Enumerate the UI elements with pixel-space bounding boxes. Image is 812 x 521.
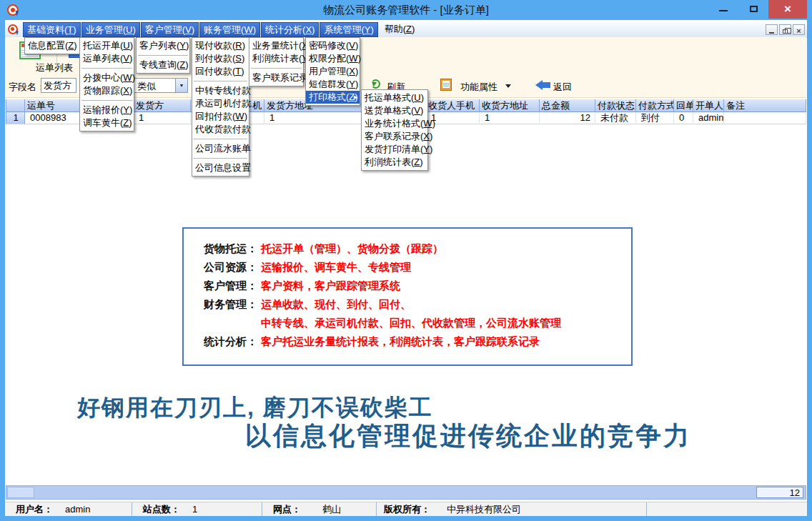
status-label: 版权所有：: [377, 503, 447, 516]
menu-item[interactable]: 客户联系记录(X): [362, 130, 427, 143]
menu-item[interactable]: 运输报价(Y): [80, 104, 134, 116]
info-line-text: 中转专线、承运司机付款、回扣、代收款管理，公司流水账管理: [261, 314, 561, 332]
scrollbar-thumb[interactable]: [7, 487, 34, 498]
menu-item[interactable]: 运单列表(V): [80, 52, 134, 65]
status-panel: [647, 502, 807, 516]
menubar-item-statistics[interactable]: 统计分析(X): [261, 22, 319, 37]
table-cell[interactable]: 未付款: [595, 112, 636, 124]
menu-item[interactable]: 托运单格式(U): [362, 91, 427, 104]
menu-item[interactable]: 专线查询(Z): [137, 59, 189, 71]
back-button[interactable]: 返回: [553, 81, 572, 94]
record-scrollbar[interactable]: 12: [6, 485, 806, 500]
menu-separator: [137, 52, 189, 59]
menu-item[interactable]: 托运开单(U): [80, 39, 134, 52]
info-line-label: 财务管理：: [204, 295, 261, 314]
menu-item[interactable]: 现付收款(R): [192, 39, 249, 52]
menu-item[interactable]: 短信群发(Y): [306, 78, 360, 91]
menu-item[interactable]: 发货打印清单(Y): [362, 143, 427, 156]
menu-item[interactable]: 承运司机付款: [192, 97, 249, 110]
menu-item[interactable]: 货物跟踪(X): [80, 84, 134, 97]
info-line-label: [204, 314, 261, 332]
menu-item[interactable]: 公司流水账单: [192, 142, 249, 155]
minimize-icon: [719, 10, 728, 11]
menu-item[interactable]: 客户联系记录: [249, 71, 303, 84]
menu-item[interactable]: 到付收款(S): [192, 52, 249, 65]
back-icon: [535, 80, 551, 90]
status-label: 站点数：: [132, 503, 192, 516]
menu-item[interactable]: 公司信息设置: [192, 162, 249, 174]
status-panel: 站点数：1: [132, 502, 262, 516]
menu-item[interactable]: 客户列表(Y): [137, 39, 189, 52]
table-cell[interactable]: 12: [540, 112, 595, 124]
status-value: admin: [65, 504, 90, 515]
menu-separator: [192, 136, 249, 142]
info-line: 中转专线、承运司机付款、回扣、代收款管理，公司流水账管理: [204, 314, 631, 332]
info-line-label: 公司资源：: [204, 258, 261, 277]
menu-item[interactable]: 密码修改(V): [306, 39, 360, 52]
status-value: 鹤山: [322, 503, 341, 516]
table-cell[interactable]: 1: [6, 112, 25, 124]
title-bar: 物流公司账务管理软件 - [业务订单] ×: [0, 0, 812, 20]
column-header[interactable]: 开单人: [693, 99, 724, 112]
info-line-label: 货物托运：: [204, 239, 261, 258]
status-bar: 用户名：admin站点数：1网点：鹤山版权所有：中异科技有限公司: [5, 502, 807, 516]
column-header[interactable]: 备注: [724, 99, 806, 112]
menu-item[interactable]: 业务量统计(X): [249, 39, 303, 52]
menu-item[interactable]: 用户管理(X): [306, 65, 360, 78]
column-header[interactable]: 收货方地址: [480, 99, 540, 112]
menubar-item-help[interactable]: 帮助(Z): [381, 22, 419, 37]
menu-item[interactable]: 信息配置(Z): [25, 39, 79, 52]
minimize-button[interactable]: [708, 0, 738, 19]
mdi-close-button[interactable]: ×: [793, 24, 805, 35]
status-panel: 版权所有：中异科技有限公司: [377, 502, 647, 516]
table-cell[interactable]: 1: [134, 112, 191, 124]
menu-item[interactable]: 回付收款(T): [192, 65, 249, 78]
menubar-item-business[interactable]: 业务管理(U): [81, 22, 140, 37]
column-header[interactable]: 收货人手机: [426, 99, 480, 112]
table-cell[interactable]: 到付: [636, 112, 674, 124]
column-header[interactable]: 付款方式: [636, 99, 674, 112]
menu-item[interactable]: 中转专线付款: [192, 84, 249, 97]
function-props-button[interactable]: 功能属性: [460, 81, 497, 94]
maximize-button[interactable]: [738, 0, 768, 19]
table-cell[interactable]: admin: [693, 112, 724, 124]
menu-item[interactable]: 代收货款付款: [192, 123, 249, 136]
close-button[interactable]: ×: [768, 0, 807, 19]
table-cell[interactable]: [724, 112, 806, 124]
function-props-dropdown-icon[interactable]: [505, 84, 511, 91]
info-line: 货物托运：托运开单（管理）、货物分拨（跟踪）: [204, 239, 631, 258]
submenu-arrow-icon: ►: [352, 91, 359, 104]
info-line-text: 客户托运业务量统计报表，利润统计表，客户跟踪联系记录: [261, 332, 540, 351]
menu-item[interactable]: 调车黄牛(Z): [80, 116, 134, 129]
menu-item[interactable]: 权限分配(W): [306, 52, 360, 65]
info-line-label: 客户管理：: [204, 277, 261, 295]
match-mode-value: 类似: [137, 80, 156, 93]
menubar-item-system[interactable]: 系统管理(Y): [320, 22, 377, 37]
menu-item[interactable]: 利润统计表(Z): [362, 156, 427, 169]
mdi-minimize-button[interactable]: [766, 24, 778, 35]
menu-item[interactable]: 分拨中心(W): [80, 71, 134, 84]
column-header[interactable]: 总金额: [540, 99, 595, 112]
menu-item[interactable]: 送货单格式(V): [362, 104, 427, 117]
chevron-down-icon[interactable]: ▼: [175, 79, 187, 92]
menu-item[interactable]: 业务统计格式(W): [362, 117, 427, 130]
field-name-input[interactable]: [41, 78, 76, 93]
business-menu: 托运开单(U)运单列表(V)分拨中心(W)货物跟踪(X)运输报价(Y)调车黄牛(…: [79, 37, 134, 132]
menu-item[interactable]: 利润统计表(Y): [249, 52, 303, 65]
info-line: 公司资源：运输报价、调车黄牛、专线管理: [204, 258, 631, 277]
column-header[interactable]: 回单: [674, 99, 693, 112]
menubar-item-base-data[interactable]: 基础资料(T): [23, 22, 81, 37]
column-header[interactable]: [6, 99, 25, 112]
menu-item[interactable]: 回扣付款(W): [192, 110, 249, 123]
column-header[interactable]: 付款状态: [595, 99, 636, 112]
mdi-restore-icon: [783, 29, 788, 34]
menubar-item-customer[interactable]: 客户管理(V): [141, 22, 199, 37]
table-cell[interactable]: 0: [674, 112, 693, 124]
table-cell[interactable]: 1: [480, 112, 540, 124]
menu-item[interactable]: 打印格式(Z)►: [306, 91, 360, 104]
menubar-item-finance[interactable]: 账务管理(W): [199, 22, 260, 37]
mdi-restore-button[interactable]: [779, 24, 791, 35]
match-mode-select[interactable]: 类似 ▼: [134, 78, 188, 93]
function-props-icon: [440, 79, 452, 91]
column-header[interactable]: 发货方: [134, 99, 191, 112]
